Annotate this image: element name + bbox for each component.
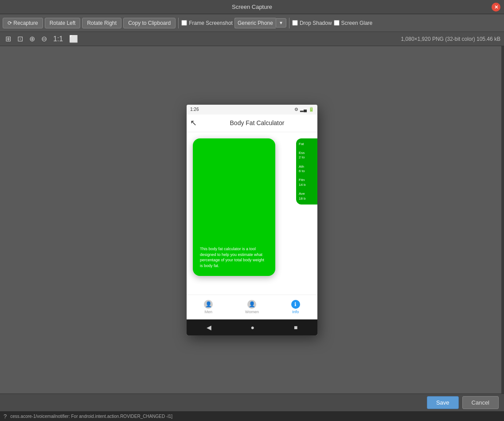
help-button[interactable]: ? [4, 413, 7, 420]
phone-screen: 1:26 ⚙ ▂▄ 🔋 ↖ Body Fat Calculator This b… [187, 105, 317, 335]
fit-all-button[interactable]: ⊞ [4, 34, 13, 44]
frame-phone-dropdown[interactable]: Generic Phone ▼ [234, 18, 286, 28]
cancel-button[interactable]: Cancel [462, 396, 499, 409]
app-title: Body Fat Calculator [200, 119, 314, 126]
toolbar: ⟳ Recapture Rotate Left Rotate Right Cop… [0, 14, 504, 32]
men-icon: 👤 [204, 300, 213, 309]
screen-glare-input[interactable] [334, 20, 340, 26]
status-bar: 1:26 ⚙ ▂▄ 🔋 [187, 105, 317, 114]
side-item-average: Ave18 b [299, 192, 315, 201]
window-title: Screen Capture [232, 4, 272, 10]
side-item-fitness: Fitn14 b [299, 178, 315, 187]
side-panel: Fat Ess2 to Ath6 to Fitn14 b Ave18 b [296, 138, 317, 205]
frame-screenshot-checkbox[interactable]: Frame Screenshot [181, 20, 233, 26]
bottom-action-bar: Save Cancel [0, 393, 504, 411]
men-label: Men [204, 310, 212, 314]
battery-icon: 🔋 [309, 107, 314, 112]
recent-system-button[interactable]: ■ [294, 324, 297, 331]
info-label: Info [292, 310, 299, 314]
app-content: This body fat calculator is a tool desig… [187, 132, 317, 295]
phone-container: 1:26 ⚙ ▂▄ 🔋 ↖ Body Fat Calculator This b… [187, 105, 317, 335]
nav-item-info[interactable]: ℹ Info [274, 300, 317, 314]
copy-to-clipboard-button[interactable]: Copy to Clipboard [123, 18, 176, 28]
separator-2 [289, 18, 289, 28]
side-item-fat: Fat [299, 142, 315, 146]
separator-1 [178, 18, 179, 28]
zoom-in-button[interactable]: ⊕ [27, 34, 37, 44]
bottom-nav: 👤 Men 👤 Women ℹ Info [187, 295, 317, 319]
rotate-right-button[interactable]: Rotate Right [82, 18, 121, 28]
log-bar: ? cess.acore-1/voicemailnotifier: For an… [0, 411, 504, 421]
women-icon: 👤 [247, 300, 256, 309]
dropdown-arrow[interactable]: ▼ [276, 18, 286, 28]
system-nav: ◀ ● ■ [187, 319, 317, 335]
signal-icon: ▂▄ [300, 107, 307, 112]
back-button[interactable]: ↖ [190, 118, 197, 128]
save-button[interactable]: Save [427, 396, 459, 409]
zoom-controls: ⊞ ⊡ ⊕ ⊖ 1:1 ⬜ [4, 34, 80, 44]
drop-shadow-checkbox[interactable]: Drop Shadow [292, 20, 332, 26]
card-description: This body fat calculator is a tool desig… [200, 246, 268, 268]
rotate-left-button[interactable]: Rotate Left [45, 18, 81, 28]
screen-glare-checkbox[interactable]: Screen Glare [334, 20, 373, 26]
recapture-button[interactable]: ⟳ Recapture [3, 18, 43, 28]
zoom-toolbar: ⊞ ⊡ ⊕ ⊖ 1:1 ⬜ 1,080×1,920 PNG (32-bit co… [0, 32, 504, 46]
scrollbar[interactable] [501, 46, 504, 393]
nav-item-men[interactable]: 👤 Men [187, 300, 230, 314]
actual-size-button[interactable]: 1:1 [51, 34, 65, 44]
close-button[interactable]: ✕ [492, 3, 500, 12]
title-bar: Screen Capture ✕ [0, 0, 504, 14]
home-system-button[interactable]: ● [251, 324, 254, 331]
info-icon: ℹ [291, 300, 300, 309]
log-text: cess.acore-1/voicemailnotifier: For andr… [10, 414, 500, 419]
back-system-button[interactable]: ◀ [207, 324, 211, 331]
side-item-athletic: Ath6 to [299, 165, 315, 174]
info-card: This body fat calculator is a tool desig… [193, 138, 275, 276]
image-info: 1,080×1,920 PNG (32-bit color) 105.46 kB [401, 36, 500, 42]
fit-page-button[interactable]: ⬜ [67, 34, 80, 44]
app-header: ↖ Body Fat Calculator [187, 114, 317, 132]
status-time: 1:26 [190, 107, 199, 112]
frame-phone-select[interactable]: Generic Phone [234, 18, 276, 28]
nav-item-women[interactable]: 👤 Women [230, 300, 273, 314]
side-item-essential: Ess2 to [299, 151, 315, 160]
settings-icon: ⚙ [294, 107, 298, 112]
drop-shadow-input[interactable] [292, 20, 298, 26]
zoom-out-button[interactable]: ⊖ [39, 34, 49, 44]
status-right: ⚙ ▂▄ 🔋 [294, 107, 314, 112]
women-label: Women [245, 310, 259, 314]
fit-window-button[interactable]: ⊡ [16, 34, 25, 44]
frame-screenshot-input[interactable] [181, 20, 187, 26]
canvas-area: 1:26 ⚙ ▂▄ 🔋 ↖ Body Fat Calculator This b… [0, 46, 504, 393]
